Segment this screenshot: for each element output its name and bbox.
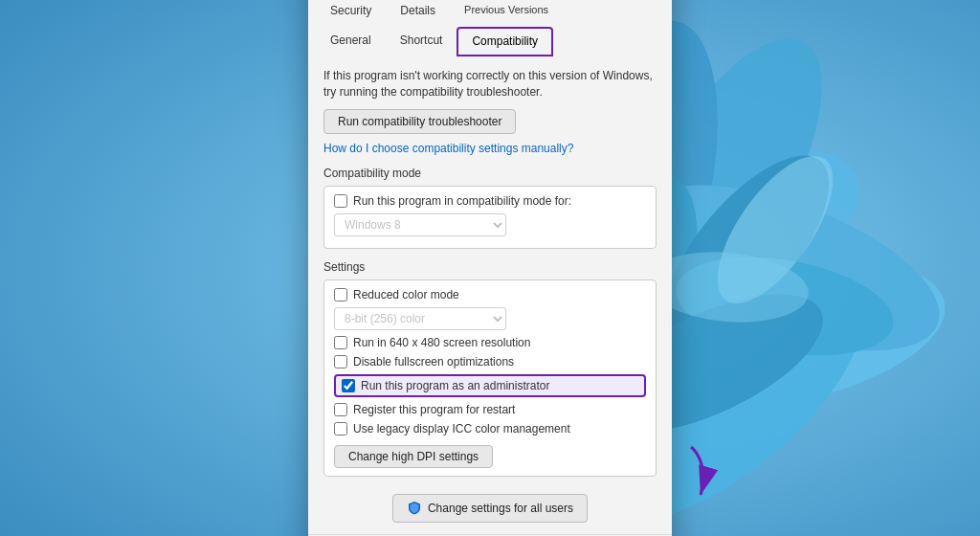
disable-fullscreen-row: Disable fullscreen optimizations xyxy=(334,355,646,368)
reduced-color-row: Reduced color mode xyxy=(334,288,646,302)
tabs-row-2: General Shortcut Compatibility xyxy=(308,25,672,56)
register-restart-row: Register this program for restart xyxy=(334,403,646,416)
reduced-color-label: Reduced color mode xyxy=(353,288,459,302)
tab-shortcut[interactable]: Shortcut xyxy=(386,27,457,56)
tab-details[interactable]: Details xyxy=(386,0,450,25)
color-depth-row: 8-bit (256) color xyxy=(334,307,646,330)
legacy-display-checkbox[interactable] xyxy=(334,422,347,436)
change-dpi-button[interactable]: Change high DPI settings xyxy=(334,445,493,468)
tab-general[interactable]: General xyxy=(316,27,386,56)
compat-mode-checkbox[interactable] xyxy=(334,194,347,208)
intro-text: If this program isn't working correctly … xyxy=(323,68,657,100)
tab-previous-versions[interactable]: Previous Versions xyxy=(450,0,563,25)
compatibility-mode-label: Compatibility mode xyxy=(323,167,657,180)
run-640-checkbox[interactable] xyxy=(334,336,347,349)
change-settings-all-users-button[interactable]: Change settings for all users xyxy=(392,494,588,523)
settings-label: Settings xyxy=(323,260,657,274)
manual-link[interactable]: How do I choose compatibility settings m… xyxy=(323,142,657,155)
dialog-window: Steam Properties — ☐ ✕ Security Details … xyxy=(308,0,672,536)
tab-compatibility[interactable]: Compatibility xyxy=(457,27,553,56)
tabs-row-1: Security Details Previous Versions xyxy=(308,0,672,25)
arrow-annotation xyxy=(662,442,720,522)
disable-fullscreen-label: Disable fullscreen optimizations xyxy=(353,355,514,368)
run-640-row: Run in 640 x 480 screen resolution xyxy=(334,336,646,349)
tab-security[interactable]: Security xyxy=(316,0,386,25)
change-settings-label: Change settings for all users xyxy=(428,502,573,515)
run-admin-row: Run this program as an administrator xyxy=(334,374,646,397)
legacy-display-label: Use legacy display ICC color management xyxy=(353,422,570,436)
color-depth-select[interactable]: 8-bit (256) color xyxy=(334,307,506,330)
register-restart-label: Register this program for restart xyxy=(353,403,515,416)
run-admin-label: Run this program as an administrator xyxy=(361,379,549,392)
run-admin-checkbox[interactable] xyxy=(342,379,355,392)
compat-mode-select-row: Windows 8 xyxy=(334,213,646,236)
run-640-label: Run in 640 x 480 screen resolution xyxy=(353,336,530,349)
legacy-display-row: Use legacy display ICC color management xyxy=(334,422,646,436)
shield-icon xyxy=(407,501,422,516)
compat-mode-select[interactable]: Windows 8 xyxy=(334,213,506,236)
dialog-content: If this program isn't working correctly … xyxy=(308,56,672,535)
compatibility-mode-box: Run this program in compatibility mode f… xyxy=(323,186,657,249)
reduced-color-checkbox[interactable] xyxy=(334,288,347,302)
register-restart-checkbox[interactable] xyxy=(334,403,347,416)
disable-fullscreen-checkbox[interactable] xyxy=(334,355,347,368)
run-troubleshooter-button[interactable]: Run compatibility troubleshooter xyxy=(323,109,516,134)
compat-mode-label: Run this program in compatibility mode f… xyxy=(353,194,571,208)
compat-mode-checkbox-row: Run this program in compatibility mode f… xyxy=(334,194,646,208)
settings-box: Reduced color mode 8-bit (256) color Run… xyxy=(323,279,657,477)
